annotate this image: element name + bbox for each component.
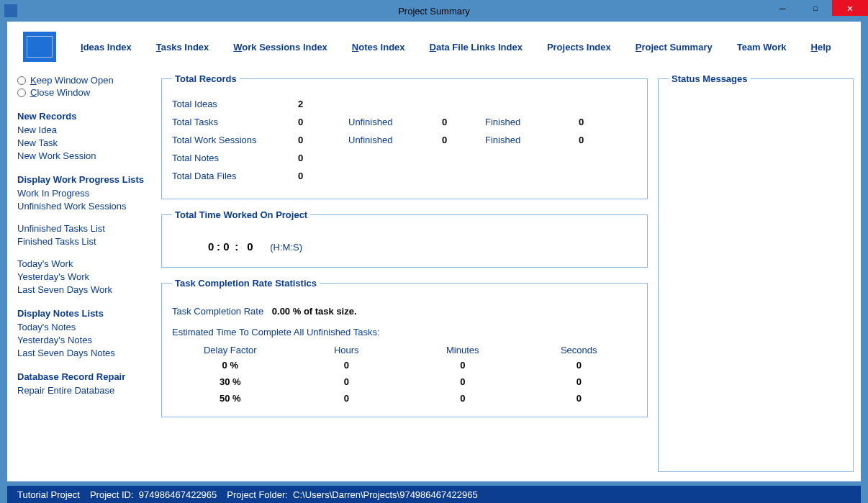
col-minutes: Minutes bbox=[404, 343, 521, 357]
label-total-work-sessions: Total Work Sessions bbox=[172, 135, 298, 145]
window-title: Project Summary bbox=[398, 6, 470, 17]
value-ws-unfinished: 0 bbox=[442, 135, 485, 145]
col-delay-factor: Delay Factor bbox=[172, 343, 289, 357]
link-unfinished-work-sessions[interactable]: Unfinished Work Sessions bbox=[17, 201, 157, 212]
label-ws-unfinished: Unfinished bbox=[348, 135, 442, 145]
menu-tasks-index[interactable]: Tasks Index bbox=[156, 42, 209, 53]
panel-total-time: Total Time Worked On Project 0 : 0 : 0 (… bbox=[161, 209, 648, 268]
link-unfinished-tasks-list[interactable]: Unfinished Tasks List bbox=[17, 223, 157, 234]
status-project-id-label: Project ID: bbox=[90, 489, 134, 500]
panel-total-records: Total Records Total Ideas 2 Total Tasks … bbox=[161, 73, 648, 199]
label-task-completion-rate: Task Completion Rate bbox=[172, 306, 263, 317]
titlebar: Project Summary — ☐ ✕ bbox=[0, 0, 868, 22]
radio-keep-window-open[interactable]: Keep Window Open bbox=[17, 75, 157, 86]
label-total-ideas: Total Ideas bbox=[172, 99, 298, 109]
link-new-task[interactable]: New Task bbox=[17, 137, 157, 148]
value-total-ideas: 2 bbox=[298, 99, 348, 109]
value-tasks-finished: 0 bbox=[579, 117, 622, 127]
panel-task-completion: Task Completion Rate Statistics Task Com… bbox=[161, 278, 648, 417]
link-todays-notes[interactable]: Today's Notes bbox=[17, 322, 157, 332]
panel-title-task-completion: Task Completion Rate Statistics bbox=[172, 278, 320, 289]
menu-team-work[interactable]: Team Work bbox=[737, 42, 787, 53]
status-project-folder: C:\Users\Darren\Projects\974986467422965 bbox=[293, 489, 478, 500]
col-seconds: Seconds bbox=[521, 343, 638, 357]
radio-close-window[interactable]: Close Window bbox=[17, 87, 157, 98]
heading-new-records: New Records bbox=[17, 111, 157, 122]
value-total-data-files: 0 bbox=[298, 171, 348, 181]
label-total-tasks: Total Tasks bbox=[172, 117, 298, 127]
link-work-in-progress[interactable]: Work In Progress bbox=[17, 188, 157, 199]
est-row: 50 % 0 0 0 bbox=[172, 390, 637, 407]
link-todays-work[interactable]: Today's Work bbox=[17, 258, 157, 269]
menu-work-sessions-index[interactable]: Work Sessions Index bbox=[233, 42, 327, 53]
label-hms: (H:M:S) bbox=[270, 242, 302, 253]
link-repair-entire-database[interactable]: Repair Entire Database bbox=[17, 385, 157, 396]
status-project-name: Tutorial Project bbox=[17, 489, 80, 500]
col-hours: Hours bbox=[289, 343, 405, 357]
label-estimated-time: Estimated Time To Complete All Unfinishe… bbox=[172, 327, 637, 337]
close-button[interactable]: ✕ bbox=[832, 0, 868, 16]
est-row: 0 % 0 0 0 bbox=[172, 357, 637, 373]
menu-notes-index[interactable]: Notes Index bbox=[352, 42, 405, 53]
heading-display-notes-lists: Display Notes Lists bbox=[17, 308, 157, 319]
minimize-button[interactable]: — bbox=[766, 0, 799, 16]
sidebar: Keep Window Open Close Window New Record… bbox=[17, 73, 161, 474]
link-finished-tasks-list[interactable]: Finished Tasks List bbox=[17, 236, 157, 247]
label-tasks-finished: Finished bbox=[485, 117, 579, 127]
link-last-seven-days-work[interactable]: Last Seven Days Work bbox=[17, 284, 157, 295]
label-total-data-files: Total Data Files bbox=[172, 171, 298, 181]
menu-data-file-links-index[interactable]: Data File Links Index bbox=[430, 42, 523, 53]
panel-title-total-time: Total Time Worked On Project bbox=[172, 209, 310, 220]
menu-ideas-index[interactable]: Ideas Index bbox=[81, 42, 132, 53]
panel-title-status-messages: Status Messages bbox=[669, 73, 751, 84]
heading-database-record-repair: Database Record Repair bbox=[17, 371, 157, 382]
value-time-s: 0 bbox=[247, 240, 253, 253]
radio-icon bbox=[17, 89, 26, 97]
link-new-idea[interactable]: New Idea bbox=[17, 124, 157, 135]
value-total-notes: 0 bbox=[298, 153, 348, 163]
menubar: Ideas Index Tasks Index Work Sessions In… bbox=[7, 22, 861, 66]
statusbar: Tutorial Project Project ID: 97498646742… bbox=[7, 486, 861, 503]
link-yesterdays-work[interactable]: Yesterday's Work bbox=[17, 271, 157, 282]
label-ws-finished: Finished bbox=[485, 135, 579, 145]
value-tasks-unfinished: 0 bbox=[442, 117, 485, 127]
est-row: 30 % 0 0 0 bbox=[172, 373, 637, 390]
status-project-id: 974986467422965 bbox=[139, 489, 217, 500]
value-time-h: 0 bbox=[208, 240, 214, 253]
menu-projects-index[interactable]: Projects Index bbox=[547, 42, 611, 53]
panel-status-messages: Status Messages bbox=[658, 73, 854, 472]
link-yesterdays-notes[interactable]: Yesterday's Notes bbox=[17, 335, 157, 345]
value-ws-finished: 0 bbox=[579, 135, 622, 145]
link-last-seven-days-notes[interactable]: Last Seven Days Notes bbox=[17, 348, 157, 358]
app-icon bbox=[4, 4, 17, 17]
menu-project-summary[interactable]: Project Summary bbox=[636, 42, 713, 53]
value-total-work-sessions: 0 bbox=[298, 135, 348, 145]
menu-help[interactable]: Help bbox=[811, 42, 831, 53]
app-logo bbox=[23, 32, 56, 62]
label-total-notes: Total Notes bbox=[172, 153, 298, 163]
radio-icon bbox=[17, 76, 26, 85]
maximize-button[interactable]: ☐ bbox=[799, 0, 832, 16]
value-task-completion-rate: 0.00 % of task size. bbox=[272, 306, 357, 317]
value-time-m: 0 bbox=[223, 240, 229, 253]
status-project-folder-label: Project Folder: bbox=[227, 489, 288, 500]
label-tasks-unfinished: Unfinished bbox=[348, 117, 442, 127]
panel-title-total-records: Total Records bbox=[172, 73, 240, 84]
heading-display-work-progress: Display Work Progress Lists bbox=[17, 174, 157, 185]
link-new-work-session[interactable]: New Work Session bbox=[17, 150, 157, 161]
value-total-tasks: 0 bbox=[298, 117, 348, 127]
